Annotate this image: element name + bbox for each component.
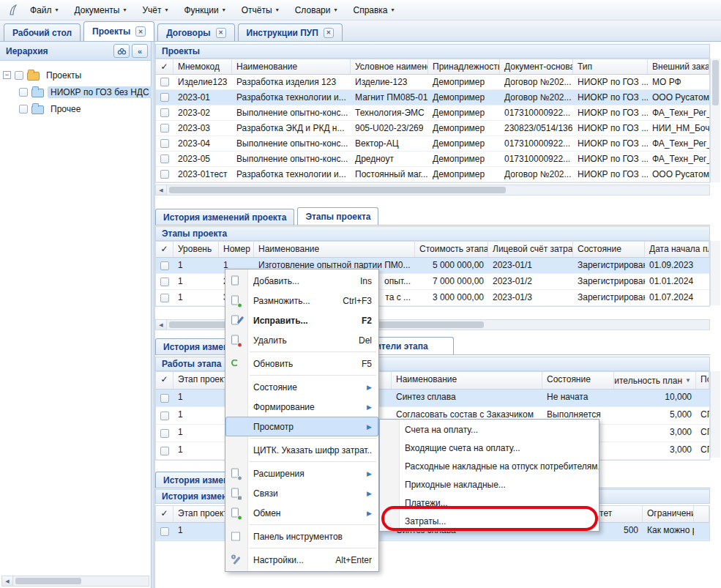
table-row[interactable]: 2023-04Выполнение опытно-конс...Вектор-А… <box>156 136 709 152</box>
column-header[interactable]: Подр <box>696 372 709 389</box>
menu-accounting[interactable]: Учёт▾ <box>134 1 176 19</box>
row-checkbox[interactable] <box>160 124 169 133</box>
row-checkbox[interactable] <box>160 294 169 302</box>
context-menu-item-state[interactable]: Состояние▶ <box>225 377 378 397</box>
row-checkbox[interactable] <box>160 108 169 117</box>
submenu-item-invoices[interactable]: Счета на оплату... <box>380 420 599 439</box>
column-header[interactable]: Мнемокод <box>173 59 232 74</box>
column-header[interactable]: Лицевой счёт затрат. <box>488 242 573 257</box>
context-menu-item-formation[interactable]: Формирование▶ <box>225 397 378 417</box>
menu-documents[interactable]: Документы▾ <box>67 1 135 19</box>
context-menu-item-citk-cost-code[interactable]: ЦИТК. Указать шифр затрат... <box>225 440 378 460</box>
context-menu-item-view[interactable]: Просмотр▶ <box>225 417 378 436</box>
check-column-header[interactable]: ✓ <box>156 506 173 522</box>
collapse-node-icon[interactable]: − <box>3 71 11 79</box>
context-menu-item-delete[interactable]: УдалитьDel <box>225 330 378 350</box>
table-row[interactable]: Изделие123Разработка изделия 123Изделие-… <box>156 75 709 90</box>
context-menu-item-extensions[interactable]: Расширения▶ <box>225 464 378 483</box>
column-header[interactable]: Дата начала план <box>645 242 709 257</box>
node-checkbox[interactable] <box>15 71 23 80</box>
tree-node-projects[interactable]: − Проекты <box>3 67 148 83</box>
submenu-item-incoming-waybills[interactable]: Приходные накладные... <box>380 475 599 494</box>
menu-reports[interactable]: Отчёты▾ <box>234 1 287 19</box>
tab-contracts[interactable]: Договоры✕ <box>157 23 234 41</box>
row-checkbox[interactable] <box>160 170 169 179</box>
row-checkbox[interactable] <box>160 93 169 102</box>
close-icon[interactable]: ✕ <box>135 26 146 37</box>
context-menu-item-settings[interactable]: Настройки...Alt+Enter <box>225 550 378 570</box>
column-header[interactable]: Документ-основан <box>500 59 573 74</box>
submenu-item-costs[interactable]: Затраты... <box>380 512 599 530</box>
column-header[interactable]: Ограничение <box>643 506 694 522</box>
check-column-header[interactable]: ✓ <box>156 372 173 389</box>
column-header[interactable]: Наименование <box>232 59 351 74</box>
submenu-item-incoming-invoices[interactable]: Входящие счета на оплату... <box>380 439 599 457</box>
scroll-left-icon[interactable]: ◀ <box>156 185 167 195</box>
context-menu-item-duplicate[interactable]: Размножить...Ctrl+F3 <box>225 291 378 310</box>
context-menu-item-add[interactable]: Добавить...Ins <box>225 271 378 291</box>
search-icon[interactable] <box>113 44 130 58</box>
submenu-item-outgoing-waybills[interactable]: Расходные накладные на отпуск потребител… <box>380 457 599 475</box>
column-header[interactable]: Тип <box>573 59 648 74</box>
column-header[interactable]: Внешний заказчик <box>648 59 709 74</box>
column-header[interactable]: Наименование <box>392 372 542 389</box>
row-checkbox[interactable] <box>160 447 169 455</box>
row-checkbox[interactable] <box>160 527 169 536</box>
menu-help[interactable]: Справка▾ <box>345 1 402 19</box>
tree-node-other[interactable]: Прочее <box>3 100 148 117</box>
tab-instructions[interactable]: Инструкции ПУП✕ <box>238 23 343 41</box>
tree-node-niokr[interactable]: НИОКР по ГОЗ без НДС <box>3 83 148 100</box>
context-menu-item-edit[interactable]: Исправить...F2 <box>225 310 378 330</box>
table-row[interactable]: 2023-05Выполнение опытно-конс...Дредноут… <box>156 152 709 167</box>
table-row[interactable]: 2023-03Разработка ЭКД и РКД н...905-U020… <box>156 121 709 136</box>
menu-dictionaries[interactable]: Словари▾ <box>287 1 345 19</box>
table-row[interactable]: 2023-01тестРазработка технологии и...Пос… <box>156 167 709 182</box>
close-icon[interactable]: ✕ <box>216 28 226 38</box>
collapse-panel-icon[interactable]: « <box>132 44 148 58</box>
column-header[interactable]: Состояние <box>542 372 614 389</box>
menu-functions[interactable]: Функции▾ <box>176 1 233 19</box>
scroll-left-icon[interactable]: ◀ <box>156 320 167 330</box>
row-checkbox[interactable] <box>160 278 169 286</box>
column-header[interactable]: Стоимость этапа <box>415 242 488 257</box>
tab-desktop[interactable]: Рабочий стол <box>4 23 81 41</box>
scrollbar-thumb[interactable] <box>712 60 719 105</box>
context-menu-item-refresh[interactable]: ОбновитьF5 <box>225 354 378 373</box>
column-header[interactable]: Уровень <box>173 242 219 257</box>
scrollbar-thumb[interactable] <box>169 187 506 193</box>
row-checkbox[interactable] <box>160 261 169 270</box>
row-checkbox[interactable] <box>160 429 169 438</box>
sidebar-horizontal-scrollbar[interactable]: ◀ <box>1 576 149 587</box>
context-menu-item-toolbar[interactable]: Панель инструментов <box>225 526 378 546</box>
column-header[interactable]: Условное наименова <box>351 59 428 74</box>
stages-vertical-scrollbar[interactable] <box>710 241 720 305</box>
projects-vertical-scrollbar[interactable] <box>710 59 720 182</box>
check-column-header[interactable]: ✓ <box>156 59 173 74</box>
column-header-sorted[interactable]: Длительность план▼ <box>614 372 696 389</box>
table-row[interactable]: 2023-02Выполнение опытно-конс...Технолог… <box>156 105 709 121</box>
column-header[interactable]: Состояние <box>573 242 645 257</box>
row-checkbox[interactable] <box>160 394 169 403</box>
projects-horizontal-scrollbar[interactable]: ◀ <box>155 185 710 196</box>
context-menu-item-links[interactable]: Связи▶ <box>225 483 378 503</box>
menu-file[interactable]: Файл▾ <box>22 1 67 19</box>
close-icon[interactable]: ✕ <box>324 28 334 38</box>
column-header[interactable]: Номер <box>219 242 254 257</box>
column-header[interactable] <box>694 506 709 522</box>
node-checkbox[interactable] <box>19 105 28 113</box>
scroll-left-icon[interactable]: ◀ <box>2 576 13 586</box>
table-row-selected[interactable]: 2023-01Разработка технологии и...Магнит … <box>156 90 709 105</box>
context-menu-item-exchange[interactable]: Обмен▶ <box>225 503 378 523</box>
tab-project-stages[interactable]: Этапы проекта <box>297 207 378 225</box>
column-header[interactable]: Принадлежность <box>428 59 500 74</box>
row-checkbox[interactable] <box>160 78 169 86</box>
row-checkbox[interactable] <box>160 139 169 148</box>
submenu-item-payments[interactable]: Платежи... <box>380 494 599 512</box>
node-checkbox[interactable] <box>19 88 28 97</box>
row-checkbox[interactable] <box>160 412 169 420</box>
column-header[interactable]: Наименование <box>254 242 415 257</box>
works-vertical-scrollbar[interactable] <box>710 371 720 458</box>
row-checkbox[interactable] <box>160 155 169 163</box>
check-column-header[interactable]: ✓ <box>156 242 173 257</box>
scrollbar-thumb[interactable] <box>15 578 81 584</box>
